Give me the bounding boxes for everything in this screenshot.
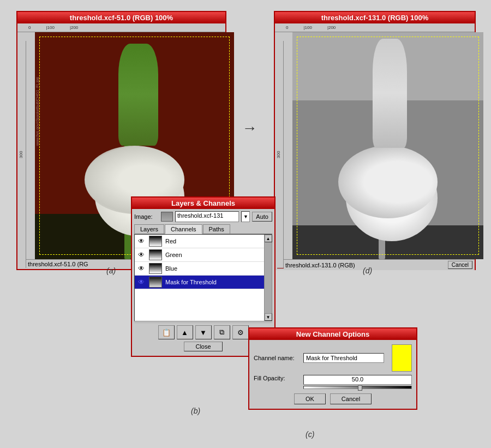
channel-red[interactable]: 👁 Red bbox=[135, 235, 264, 248]
channel-name-mask: Mask for Threshold bbox=[165, 279, 262, 285]
right-ruler-marks-h: 0 |100 |200 bbox=[284, 23, 336, 32]
move-up-btn[interactable]: ▲ bbox=[177, 325, 193, 339]
channel-scrollbar[interactable]: ▲ ▼ bbox=[264, 235, 272, 321]
arrow-symbol: → bbox=[242, 120, 258, 137]
eye-icon-blue: 👁 bbox=[137, 264, 146, 273]
channel-blue[interactable]: 👁 Blue bbox=[135, 262, 264, 276]
ok-button[interactable]: OK bbox=[294, 393, 326, 404]
cancel-button[interactable]: Cancel bbox=[330, 393, 372, 404]
dialog-tabs: Layers Channels Paths bbox=[134, 224, 272, 234]
channel-name-row: Channel name: bbox=[254, 344, 412, 372]
color-swatch[interactable] bbox=[392, 344, 412, 372]
caption-b: (b) bbox=[191, 407, 200, 415]
new-channel-options-dialog: New Channel Options Channel name: Fill O… bbox=[248, 327, 417, 410]
image-input[interactable]: threshold.xcf-131 bbox=[175, 211, 239, 222]
close-button[interactable]: Close bbox=[184, 342, 222, 351]
watermark: www.fws.gov/r3pasketbutt/CHG1_FL.jpg bbox=[35, 77, 39, 146]
right-canvas bbox=[292, 32, 483, 259]
left-ruler-h: 0 |100 |200 bbox=[17, 23, 225, 32]
channel-name-input[interactable] bbox=[303, 353, 384, 363]
tab-layers[interactable]: Layers bbox=[134, 224, 164, 234]
tab-paths[interactable]: Paths bbox=[203, 224, 230, 234]
fill-opacity-thumb[interactable] bbox=[358, 385, 362, 391]
channel-list-container: 👁 Red 👁 Green 👁 bbox=[134, 234, 272, 321]
new-channel-options-title: New Channel Options bbox=[249, 328, 416, 340]
fill-opacity-label: Fill Opacity: bbox=[254, 375, 300, 381]
image-row: Image: threshold.xcf-131 ▼ Auto bbox=[134, 211, 272, 222]
fill-opacity-value: 50.0 bbox=[303, 375, 412, 385]
left-ruler-v: 0 50 100 150 200 250 300 bbox=[17, 41, 26, 268]
image-label: Image: bbox=[134, 213, 159, 220]
settings-btn[interactable]: ⚙ bbox=[232, 325, 249, 339]
new-channel-btn[interactable]: 📋 bbox=[158, 325, 175, 339]
caption-d: (d) bbox=[363, 266, 372, 275]
channel-items: 👁 Red 👁 Green 👁 bbox=[135, 235, 264, 321]
channel-thumb-green bbox=[149, 249, 162, 260]
channel-name-input-area bbox=[303, 353, 384, 363]
eye-icon-mask: 👁 bbox=[137, 278, 146, 286]
ruler-marks-h: 0 |100 |200 bbox=[26, 23, 78, 32]
fill-opacity-slider[interactable] bbox=[303, 386, 412, 389]
channel-name-red: Red bbox=[165, 238, 262, 244]
channel-green[interactable]: 👁 Green bbox=[135, 248, 264, 262]
scrollbar-down[interactable]: ▼ bbox=[265, 313, 272, 321]
caption-a: (a) bbox=[106, 266, 116, 275]
tab-channels[interactable]: Channels bbox=[165, 224, 202, 234]
image-dropdown-icon[interactable]: ▼ bbox=[241, 211, 250, 222]
channel-name-blue: Blue bbox=[165, 265, 262, 272]
channel-thumb-blue bbox=[149, 263, 162, 274]
channel-thumb-mask bbox=[149, 277, 162, 288]
right-image-window: threshold.xcf-131.0 (RGB) 100% 0 |100 |2… bbox=[274, 11, 476, 270]
scrollbar-up[interactable]: ▲ bbox=[265, 235, 272, 242]
left-window-title: threshold.xcf-51.0 (RGB) 100% bbox=[17, 12, 225, 23]
eye-icon-red: 👁 bbox=[137, 237, 146, 246]
right-cancel-button[interactable]: Cancel bbox=[448, 261, 472, 269]
move-down-btn[interactable]: ▼ bbox=[195, 325, 212, 339]
right-ruler-v: 0 50 100 150 200 250 300 bbox=[275, 41, 284, 268]
fill-opacity-slider-area: 50.0 bbox=[303, 375, 412, 389]
channel-mask[interactable]: 👁 Mask for Threshold bbox=[135, 276, 264, 289]
image-thumbnail bbox=[161, 212, 173, 222]
layers-channels-title: Layers & Channels bbox=[132, 198, 274, 209]
channel-name-green: Green bbox=[165, 252, 262, 258]
caption-c: (c) bbox=[306, 430, 314, 439]
eye-icon-green: 👁 bbox=[137, 250, 146, 259]
duplicate-btn[interactable]: ⧉ bbox=[214, 325, 230, 339]
ncd-buttons-row: OK Cancel bbox=[254, 393, 412, 404]
auto-button[interactable]: Auto bbox=[252, 212, 272, 222]
scrollbar-track[interactable] bbox=[265, 242, 272, 313]
new-channel-options-body: Channel name: Fill Opacity: 50.0 OK Canc… bbox=[249, 340, 416, 409]
channel-thumb-red bbox=[149, 236, 162, 247]
right-ruler-h: 0 |100 |200 bbox=[275, 23, 475, 32]
channel-name-label: Channel name: bbox=[254, 355, 300, 361]
right-window-title: threshold.xcf-131.0 (RGB) 100% bbox=[275, 12, 475, 23]
arrow-indicator: → bbox=[229, 120, 270, 136]
fill-opacity-row: Fill Opacity: 50.0 bbox=[254, 375, 412, 389]
